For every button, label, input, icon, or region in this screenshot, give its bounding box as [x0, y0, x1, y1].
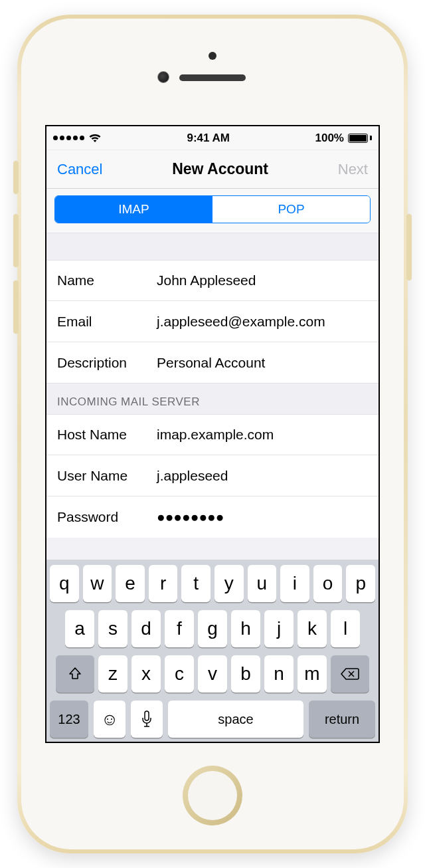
cancel-button[interactable]: Cancel	[57, 161, 102, 178]
backspace-icon	[340, 667, 360, 681]
key-y[interactable]: y	[214, 565, 244, 602]
keyboard-row-2: asdfghjkl	[50, 610, 375, 647]
key-j[interactable]: j	[264, 610, 294, 647]
name-field[interactable]: John Appleseed	[157, 272, 368, 288]
screen: 9:41 AM 100% Cancel New Account Next	[45, 125, 380, 743]
key-backspace[interactable]	[331, 655, 369, 693]
email-field[interactable]: j.appleseed@example.com	[157, 314, 368, 330]
home-button[interactable]	[183, 766, 242, 825]
key-v[interactable]: v	[198, 655, 227, 693]
key-d[interactable]: d	[131, 610, 161, 647]
host-name-field[interactable]: imap.example.com	[157, 427, 368, 443]
user-name-label: User Name	[57, 468, 157, 484]
nav-bar: Cancel New Account Next	[46, 150, 379, 189]
volume-up-button	[13, 214, 19, 267]
incoming-server-header: INCOMING MAIL SERVER	[46, 383, 379, 414]
section-spacer	[46, 233, 379, 260]
status-bar: 9:41 AM 100%	[46, 126, 379, 150]
key-e[interactable]: e	[116, 565, 145, 602]
battery-percent: 100%	[315, 132, 344, 145]
phone-frame: 9:41 AM 100% Cancel New Account Next	[17, 15, 408, 853]
row-email[interactable]: Email j.appleseed@example.com	[46, 301, 379, 342]
key-h[interactable]: h	[231, 610, 260, 647]
key-o[interactable]: o	[313, 565, 343, 602]
protocol-segmented-control: IMAP POP	[54, 195, 371, 223]
emoji-icon: ☺	[101, 709, 119, 730]
password-field[interactable]: ●●●●●●●●	[157, 509, 368, 525]
microphone-icon	[141, 710, 153, 728]
next-button[interactable]: Next	[338, 161, 368, 178]
key-p[interactable]: p	[346, 565, 375, 602]
key-u[interactable]: u	[248, 565, 277, 602]
key-dictation[interactable]	[131, 701, 163, 738]
key-n[interactable]: n	[264, 655, 294, 693]
key-l[interactable]: l	[331, 610, 360, 647]
row-name[interactable]: Name John Appleseed	[46, 260, 379, 301]
key-q[interactable]: q	[50, 565, 79, 602]
key-i[interactable]: i	[280, 565, 309, 602]
password-label: Password	[57, 509, 157, 525]
key-b[interactable]: b	[231, 655, 260, 693]
key-a[interactable]: a	[65, 610, 94, 647]
earpiece-speaker	[179, 74, 246, 81]
row-user-name[interactable]: User Name j.appleseed	[46, 455, 379, 496]
proximity-sensor	[209, 52, 216, 60]
key-return[interactable]: return	[309, 701, 375, 738]
signal-strength-icon	[53, 136, 84, 140]
volume-down-button	[13, 280, 19, 334]
tab-imap[interactable]: IMAP	[55, 196, 212, 223]
page-title: New Account	[172, 160, 268, 178]
row-password[interactable]: Password ●●●●●●●●	[46, 496, 379, 538]
description-field[interactable]: Personal Account	[157, 355, 368, 371]
description-label: Description	[57, 355, 157, 371]
key-z[interactable]: z	[98, 655, 128, 693]
key-g[interactable]: g	[198, 610, 227, 647]
key-t[interactable]: t	[181, 565, 211, 602]
key-k[interactable]: k	[298, 610, 327, 647]
key-r[interactable]: r	[149, 565, 178, 602]
key-shift[interactable]	[56, 655, 94, 693]
power-button	[406, 214, 412, 280]
key-emoji[interactable]: ☺	[94, 701, 126, 738]
mute-switch	[13, 161, 19, 194]
key-space[interactable]: space	[168, 701, 303, 738]
name-label: Name	[57, 272, 157, 288]
keyboard-row-1: qwertyuiop	[50, 565, 375, 602]
key-x[interactable]: x	[131, 655, 161, 693]
key-c[interactable]: c	[165, 655, 194, 693]
keyboard-row-4: 123 ☺ space return	[50, 701, 375, 738]
battery-icon	[348, 134, 372, 143]
shift-icon	[67, 666, 83, 682]
host-name-label: Host Name	[57, 427, 157, 443]
tab-pop[interactable]: POP	[212, 196, 370, 223]
phone-bezel: 9:41 AM 100% Cancel New Account Next	[21, 19, 404, 849]
email-label: Email	[57, 314, 157, 330]
key-w[interactable]: w	[83, 565, 112, 602]
protocol-segmented-wrap: IMAP POP	[46, 189, 379, 233]
key-f[interactable]: f	[165, 610, 194, 647]
status-time: 9:41 AM	[187, 132, 230, 145]
key-s[interactable]: s	[98, 610, 128, 647]
keyboard-row-3: zxcvbnm	[50, 655, 375, 693]
user-name-field[interactable]: j.appleseed	[157, 468, 368, 484]
row-host-name[interactable]: Host Name imap.example.com	[46, 414, 379, 455]
row-description[interactable]: Description Personal Account	[46, 342, 379, 383]
svg-rect-2	[145, 711, 149, 720]
keyboard: qwertyuiop asdfghjkl zxcvbnm 123 ☺	[46, 560, 379, 742]
key-m[interactable]: m	[298, 655, 327, 693]
key-123[interactable]: 123	[50, 701, 88, 738]
wifi-icon	[88, 134, 102, 143]
front-camera	[157, 71, 169, 83]
